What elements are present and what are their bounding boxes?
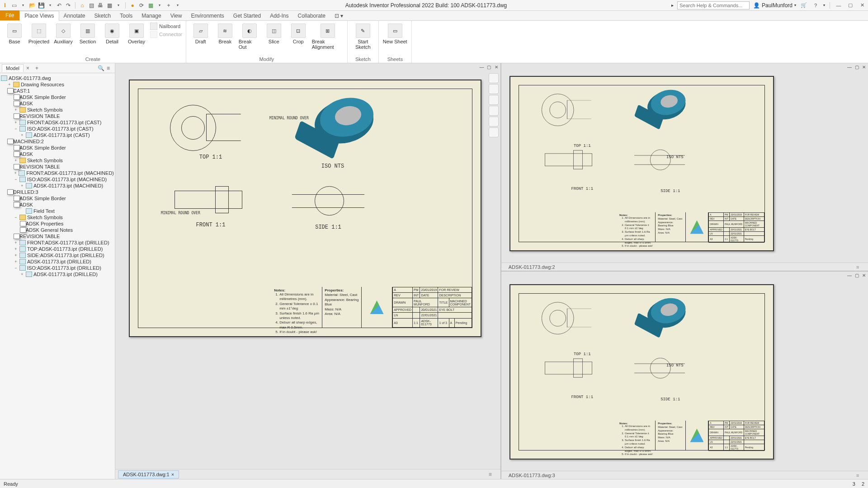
pan-icon[interactable] <box>489 84 499 94</box>
tree-sheet-drilled[interactable]: DRILLED:3 <box>13 189 38 195</box>
tree-item[interactable]: REVISION TABLE <box>19 234 60 239</box>
tree-item[interactable]: FRONT:ADSK-011773.ipt (MACHINED) <box>26 170 114 176</box>
vp-minimize-icon[interactable]: — <box>846 64 853 70</box>
tree-sheet-cast[interactable]: CAST:1 <box>13 88 30 94</box>
sheet-tab-2[interactable]: ADSK-011773.dwg:2 <box>504 263 560 271</box>
tab-get-started[interactable]: Get Started <box>229 11 265 20</box>
layers-icon[interactable]: ▤ <box>88 2 94 9</box>
open-icon[interactable]: 📂 <box>29 2 35 9</box>
zoom-icon[interactable] <box>489 95 499 105</box>
tree-item[interactable]: SIDE:ADSK-011773.ipt (DRILLED) <box>27 253 104 258</box>
help-icon[interactable]: ? <box>811 2 820 9</box>
nailboard-button[interactable]: Nailboard <box>150 23 182 30</box>
tree-item[interactable]: ADSK Simple Border <box>19 94 66 100</box>
vp-close-icon[interactable]: ✕ <box>493 64 500 70</box>
update-icon[interactable]: ⟳ <box>138 2 145 9</box>
viewport-3[interactable]: TOP 1:1 ISO NTS FRONT 1:1 SIDE 1:1 Notes… <box>501 279 868 471</box>
dropdown-icon[interactable]: ▾ <box>175 2 181 9</box>
connector-button[interactable]: Connector <box>150 31 182 38</box>
dropdown-icon[interactable]: ▾ <box>47 2 53 9</box>
viewcube-icon[interactable] <box>489 73 499 83</box>
section-button[interactable]: ▥Section <box>77 23 99 44</box>
browser-tab-model[interactable]: Model <box>2 64 24 72</box>
tree-item[interactable]: Sketch Symbols <box>27 158 63 163</box>
tree-item[interactable]: ADSK <box>19 101 33 106</box>
table-icon[interactable]: ▦ <box>147 2 154 9</box>
close-tab-icon[interactable]: × <box>26 65 33 71</box>
tabs-menu-icon[interactable]: ≡ <box>856 264 865 270</box>
tab-view[interactable]: View <box>166 11 187 20</box>
tab-tools[interactable]: Tools <box>115 11 137 20</box>
vp-close-icon[interactable]: ✕ <box>861 272 867 278</box>
tree-sheet-machined[interactable]: MACHINED:2 <box>13 139 44 144</box>
tree-item[interactable]: ADSK Simple Border <box>19 145 66 150</box>
vp-minimize-icon[interactable]: — <box>846 272 853 278</box>
user-account[interactable]: 👤 PaulMunford ▾ <box>753 2 796 9</box>
start-sketch-button[interactable]: ✎Start Sketch <box>351 23 375 50</box>
auxiliary-button[interactable]: ◇Auxiliary <box>52 23 74 44</box>
tree-item[interactable]: Field Text <box>33 208 55 214</box>
new-icon[interactable]: ▭ <box>11 2 17 9</box>
tab-add-ins[interactable]: Add-Ins <box>265 11 293 20</box>
minimize-button[interactable]: — <box>835 2 843 9</box>
vp-close-icon[interactable]: ✕ <box>861 64 867 70</box>
vp-maximize-icon[interactable]: ▢ <box>854 64 860 70</box>
tab-collaborate[interactable]: Collaborate <box>293 11 330 20</box>
dropdown-icon[interactable]: ▾ <box>20 2 26 9</box>
tree-item[interactable]: FRONT:ADSK-011773.ipt (DRILLED) <box>27 240 109 245</box>
tree-item[interactable]: ADSK <box>19 202 33 207</box>
close-tab-icon[interactable]: × <box>171 472 174 477</box>
redo-icon[interactable]: ↷ <box>65 2 71 9</box>
tree-item[interactable]: ADSK-011773.ipt (MACHINED) <box>33 183 103 188</box>
base-button[interactable]: ▭Base <box>4 23 25 44</box>
tabs-menu-icon[interactable]: ≡ <box>489 471 498 478</box>
close-button[interactable]: ✕ <box>858 2 866 9</box>
tab-sketch[interactable]: Sketch <box>90 11 116 20</box>
projected-button[interactable]: ⬚Projected <box>28 23 50 44</box>
maximize-button[interactable]: ▢ <box>846 2 854 9</box>
look-at-icon[interactable] <box>489 127 499 137</box>
tree-item[interactable]: ADSK-011773.ipt (CAST) <box>33 132 90 138</box>
tabs-menu-icon[interactable]: ≡ <box>856 473 865 478</box>
new-sheet-button[interactable]: ▭New Sheet <box>382 23 408 44</box>
save-icon[interactable]: 💾 <box>38 2 44 9</box>
break-alignment-button[interactable]: ⊞Break Alignment <box>312 23 344 50</box>
undo-icon[interactable]: ↶ <box>56 2 62 9</box>
tree-item[interactable]: ISO:ADSK-011773.ipt (DRILLED) <box>27 265 101 271</box>
detail-button[interactable]: ◉Detail <box>101 23 123 44</box>
dropdown-icon[interactable]: ▾ <box>156 2 163 9</box>
add-tab-icon[interactable]: + <box>35 65 42 71</box>
crop-button[interactable]: ⊡Crop <box>288 23 309 44</box>
viewport-2[interactable]: TOP 1:1 ISO NTS FRONT 1:1 SIDE 1:1 Notes… <box>501 70 868 263</box>
tree-item[interactable]: ADSK Simple Border <box>19 196 66 201</box>
vp-maximize-icon[interactable]: ▢ <box>854 272 860 278</box>
sheet-tab-3[interactable]: ADSK-011773.dwg:3 <box>504 472 560 479</box>
browser-tree[interactable]: ADSK-011773.dwg +Drawing Resources −CAST… <box>0 73 115 479</box>
slice-button[interactable]: ◫Slice <box>263 23 285 44</box>
tree-item[interactable]: Drawing Resources <box>21 82 64 87</box>
tree-item[interactable]: FRONT:ADSK-011773.ipt (CAST) <box>27 120 101 125</box>
tree-item[interactable]: ADSK General Notes <box>26 227 73 233</box>
tab-manage[interactable]: Manage <box>137 11 165 20</box>
zoom-all-icon[interactable] <box>489 117 499 127</box>
tab-environments[interactable]: Environments <box>186 11 228 20</box>
plus-icon[interactable]: + <box>165 2 172 9</box>
tab-file[interactable]: File <box>0 10 19 20</box>
orbit-icon[interactable] <box>489 106 499 116</box>
tree-item[interactable]: ISO:ADSK-011773.ipt (CAST) <box>27 126 94 131</box>
sheet-icon[interactable]: ▦ <box>106 2 113 9</box>
tab-annotate[interactable]: Annotate <box>59 11 90 20</box>
draft-button[interactable]: ▱Draft <box>190 23 212 44</box>
tab-extra[interactable]: ⊡ ▾ <box>330 11 348 20</box>
dropdown-icon[interactable]: ▾ <box>115 2 122 9</box>
expand-icon[interactable]: ▸ <box>671 3 674 8</box>
tree-item[interactable]: ADSK <box>19 151 33 157</box>
tree-item[interactable]: REVISION TABLE <box>19 164 60 169</box>
tree-item[interactable]: Sketch Symbols <box>27 215 63 220</box>
viewport-1[interactable]: TOP 1:1 ISO NTS MINIMAL ROUND OVER FRONT… <box>115 70 500 469</box>
tree-item[interactable]: ADSK-011773.ipt (DRILLED) <box>33 272 98 277</box>
tree-root[interactable]: ADSK-011773.dwg <box>9 75 51 81</box>
home-icon[interactable]: ⌂ <box>79 2 85 9</box>
menu-icon[interactable]: ≡ <box>107 65 113 71</box>
tree-item[interactable]: ISO:ADSK-011773.ipt (MACHINED) <box>27 177 107 182</box>
